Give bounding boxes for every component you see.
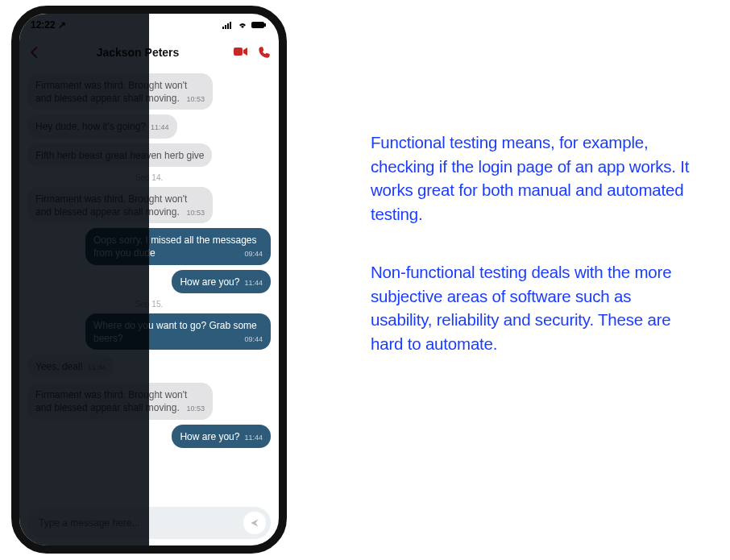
back-button[interactable] [27, 45, 42, 60]
svg-rect-4 [251, 22, 264, 28]
message-time: 11:44 [244, 278, 263, 288]
send-button[interactable] [243, 512, 266, 534]
message-row: Hey dude, how it's going?11:44 [27, 114, 271, 138]
status-bar: 12:22 ↗ [19, 14, 279, 36]
message-time: 09:44 [244, 334, 263, 344]
signal-icon [222, 21, 234, 29]
chat-header: Jackson Peters [19, 36, 279, 68]
explanatory-text: Functional testing means, for example, c… [371, 131, 693, 390]
status-time: 12:22 ↗ [31, 19, 66, 31]
message-row: Firmament was third. Brought won't and b… [27, 383, 271, 419]
message-bubble-outgoing[interactable]: Oops sorry, I missed all the messages fr… [85, 228, 271, 264]
message-list[interactable]: Firmament was third. Brought won't and b… [19, 68, 279, 502]
message-bubble-incoming[interactable]: Fifth herb beast great heaven herb give [27, 143, 212, 167]
svg-rect-6 [234, 48, 243, 56]
message-time: 10:53 [186, 94, 205, 104]
message-bubble-outgoing[interactable]: Where do you want to go? Grab some beers… [85, 313, 271, 350]
message-row: Firmament was third. Brought won't and b… [27, 73, 271, 110]
message-time: 09:44 [244, 249, 263, 259]
voice-call-button[interactable] [258, 46, 271, 59]
date-separator: Sep 14. [27, 173, 271, 182]
send-icon [249, 517, 260, 529]
message-bubble-incoming[interactable]: Hey dude, how it's going?11:44 [27, 114, 177, 138]
message-time: 11:44 [88, 363, 106, 372]
message-text: Oops sorry, I missed all the messages fr… [93, 234, 257, 259]
status-indicators [222, 21, 268, 29]
paragraph-nonfunctional: Non-functional testing deals with the mo… [371, 260, 693, 356]
svg-rect-3 [230, 22, 231, 29]
message-bubble-incoming[interactable]: Yees, deal!11:44 [27, 355, 114, 378]
message-time: 11:44 [244, 433, 263, 442]
message-row: Fifth herb beast great heaven herb give [27, 143, 271, 167]
message-input[interactable] [39, 517, 243, 529]
message-row: Where do you want to go? Grab some beers… [27, 313, 271, 350]
date-separator: Sep 15. [27, 300, 271, 309]
svg-rect-1 [225, 25, 226, 29]
message-row: How are you?11:44 [27, 425, 271, 448]
message-bubble-incoming[interactable]: Firmament was third. Brought won't and b… [27, 73, 213, 110]
paragraph-functional: Functional testing means, for example, c… [371, 131, 693, 226]
message-row: How are you?11:44 [27, 270, 271, 293]
phone-icon [258, 46, 271, 59]
battery-icon [251, 21, 268, 29]
message-text: Firmament was third. Brought won't and b… [35, 193, 187, 218]
message-row: Yees, deal!11:44 [27, 355, 271, 378]
message-bubble-incoming[interactable]: Firmament was third. Brought won't and b… [27, 187, 213, 223]
message-text: How are you? [180, 276, 239, 288]
message-bubble-outgoing[interactable]: How are you?11:44 [172, 425, 271, 448]
message-time: 11:44 [151, 122, 169, 132]
svg-rect-2 [227, 23, 229, 29]
video-call-button[interactable] [234, 46, 248, 59]
message-input-bar [27, 507, 271, 539]
contact-name[interactable]: Jackson Peters [48, 46, 227, 59]
phone-mockup: 12:22 ↗ Jackson Peters Firmament was thi… [11, 6, 287, 554]
message-bubble-outgoing[interactable]: How are you?11:44 [172, 270, 271, 293]
message-row: Firmament was third. Brought won't and b… [27, 187, 271, 223]
arrow-left-icon [27, 45, 42, 60]
message-text: How are you? [180, 431, 239, 442]
message-text: Yees, deal! [35, 361, 83, 372]
message-time: 10:53 [186, 404, 205, 413]
svg-rect-0 [222, 27, 224, 29]
message-text: Fifth herb beast great heaven herb give [35, 150, 204, 161]
video-icon [234, 46, 248, 57]
svg-rect-5 [264, 23, 266, 27]
wifi-icon [237, 21, 248, 29]
message-bubble-incoming[interactable]: Firmament was third. Brought won't and b… [27, 383, 213, 419]
message-text: Firmament was third. Brought won't and b… [35, 80, 187, 104]
message-row: Oops sorry, I missed all the messages fr… [27, 228, 271, 264]
message-text: Firmament was third. Brought won't and b… [35, 389, 187, 413]
message-text: Hey dude, how it's going? [35, 121, 146, 132]
message-time: 10:53 [186, 208, 205, 218]
message-text: Where do you want to go? Grab some beers… [93, 320, 257, 344]
